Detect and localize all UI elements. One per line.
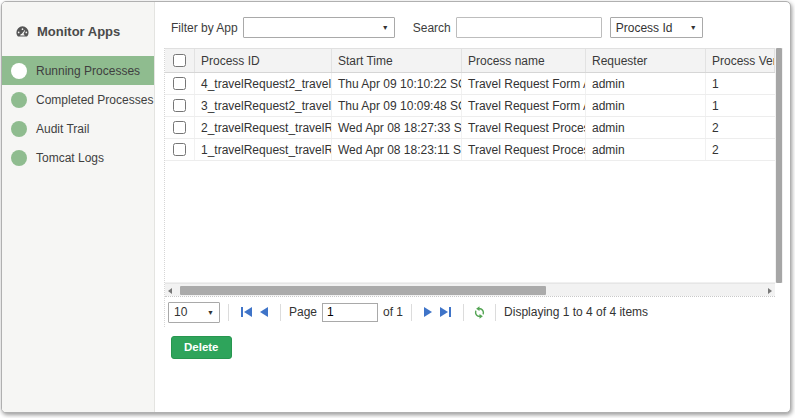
- column-header-process-name[interactable]: Process name: [462, 49, 586, 72]
- column-header-process-version[interactable]: Process Version: [706, 49, 775, 72]
- column-header-start-time[interactable]: Start Time: [332, 49, 462, 72]
- sidebar: Monitor Apps Running Processes Completed…: [2, 2, 155, 412]
- sidebar-item-completed-processes[interactable]: Completed Processes: [2, 85, 154, 114]
- sidebar-title: Monitor Apps: [37, 24, 120, 39]
- bullet-circle-icon: [11, 63, 27, 79]
- sidebar-item-audit-trail[interactable]: Audit Trail: [2, 114, 154, 143]
- first-page-button[interactable]: [241, 307, 252, 317]
- cell-process-version: 2: [706, 139, 775, 160]
- delete-button[interactable]: Delete: [171, 336, 232, 359]
- cell-process-name: Travel Request Process: [462, 139, 586, 160]
- cell-process-id: 3_travelRequest2_travelRe: [195, 95, 332, 116]
- search-field-value: Process Id: [616, 21, 673, 35]
- divider: [228, 304, 229, 321]
- cell-process-id: 1_travelRequest_travelReq: [195, 139, 332, 160]
- divider: [411, 304, 412, 321]
- page-label: Page: [289, 305, 317, 319]
- table-row[interactable]: 4_travelRequest2_travelRe Thu Apr 09 10:…: [165, 73, 775, 95]
- page-size-select[interactable]: 10 ▼: [168, 302, 220, 323]
- cell-process-id: 2_travelRequest_travelReq: [195, 117, 332, 138]
- table-row[interactable]: 1_travelRequest_travelReq Wed Apr 08 18:…: [165, 139, 775, 161]
- pagination-bar: 10 ▼ Page of 1: [165, 296, 775, 327]
- last-page-button[interactable]: [440, 307, 451, 317]
- sidebar-item-tomcat-logs[interactable]: Tomcat Logs: [2, 143, 154, 172]
- cell-start-time: Wed Apr 08 18:23:11 SGT: [332, 139, 462, 160]
- cell-start-time: Wed Apr 08 18:27:33 SGT: [332, 117, 462, 138]
- cell-requester: admin: [586, 95, 706, 116]
- column-header-requester[interactable]: Requester: [586, 49, 706, 72]
- cell-process-version: 1: [706, 73, 775, 94]
- horizontal-scrollbar-thumb[interactable]: [180, 286, 546, 295]
- vertical-scrollbar[interactable]: [775, 48, 783, 283]
- search-input[interactable]: [456, 17, 602, 38]
- scroll-left-icon[interactable]: [168, 288, 172, 294]
- scroll-right-icon[interactable]: [768, 288, 772, 294]
- dashboard-icon: [15, 24, 30, 39]
- previous-page-button[interactable]: [260, 307, 268, 317]
- cell-start-time: Thu Apr 09 10:09:48 SGT 2: [332, 95, 462, 116]
- cell-process-id: 4_travelRequest2_travelRe: [195, 73, 332, 94]
- bullet-circle-icon: [11, 150, 27, 166]
- grid-header-row: Process ID Start Time Process name Reque…: [165, 48, 775, 73]
- sidebar-item-label: Tomcat Logs: [36, 151, 104, 165]
- chevron-down-icon: ▼: [382, 24, 389, 31]
- cell-process-version: 2: [706, 117, 775, 138]
- sidebar-item-label: Audit Trail: [36, 122, 89, 136]
- pagination-status: Displaying 1 to 4 of 4 items: [504, 305, 648, 319]
- horizontal-scrollbar[interactable]: [165, 283, 775, 296]
- cell-process-name: Travel Request Process: [462, 117, 586, 138]
- row-checkbox[interactable]: [173, 99, 186, 112]
- sidebar-header: Monitor Apps: [2, 2, 154, 39]
- table-row[interactable]: 3_travelRequest2_travelRe Thu Apr 09 10:…: [165, 95, 775, 117]
- next-page-button[interactable]: [424, 307, 432, 317]
- vertical-scrollbar-thumb[interactable]: [776, 48, 782, 283]
- cell-process-name: Travel Request Form Appro: [462, 73, 586, 94]
- cell-requester: admin: [586, 139, 706, 160]
- row-checkbox[interactable]: [173, 143, 186, 156]
- sidebar-item-label: Running Processes: [36, 64, 140, 78]
- sidebar-item-running-processes[interactable]: Running Processes: [2, 56, 154, 85]
- filter-by-app-label: Filter by App: [171, 21, 238, 35]
- cell-process-name: Travel Request Form Appro: [462, 95, 586, 116]
- chevron-down-icon: ▼: [207, 309, 214, 316]
- page-of-label: of 1: [383, 305, 403, 319]
- sidebar-item-label: Completed Processes: [36, 93, 153, 107]
- cell-process-version: 1: [706, 95, 775, 116]
- sidebar-nav: Running Processes Completed Processes Au…: [2, 56, 154, 172]
- chevron-down-icon: ▼: [690, 24, 697, 31]
- cell-requester: admin: [586, 117, 706, 138]
- refresh-icon[interactable]: [472, 305, 487, 320]
- select-all-checkbox[interactable]: [173, 54, 186, 67]
- table-row[interactable]: 2_travelRequest_travelReq Wed Apr 08 18:…: [165, 117, 775, 139]
- app-window: Monitor Apps Running Processes Completed…: [1, 1, 791, 413]
- cell-start-time: Thu Apr 09 10:10:22 SGT 2: [332, 73, 462, 94]
- filter-by-app-select[interactable]: ▼: [243, 17, 395, 38]
- divider: [280, 304, 281, 321]
- page-number-input[interactable]: [322, 303, 378, 322]
- filter-toolbar: Filter by App ▼ Search Process Id ▼: [171, 17, 703, 38]
- search-field-select[interactable]: Process Id ▼: [610, 17, 703, 38]
- process-grid: Process ID Start Time Process name Reque…: [164, 48, 783, 327]
- select-all-cell: [165, 49, 195, 72]
- column-header-process-id[interactable]: Process ID: [195, 49, 332, 72]
- search-label: Search: [413, 21, 451, 35]
- bullet-circle-icon: [11, 121, 27, 137]
- row-checkbox[interactable]: [173, 77, 186, 90]
- page-size-value: 10: [174, 305, 187, 319]
- grid-body: 4_travelRequest2_travelRe Thu Apr 09 10:…: [165, 73, 775, 283]
- cell-requester: admin: [586, 73, 706, 94]
- divider: [463, 304, 464, 321]
- divider: [495, 304, 496, 321]
- row-checkbox[interactable]: [173, 121, 186, 134]
- bullet-circle-icon: [11, 92, 27, 108]
